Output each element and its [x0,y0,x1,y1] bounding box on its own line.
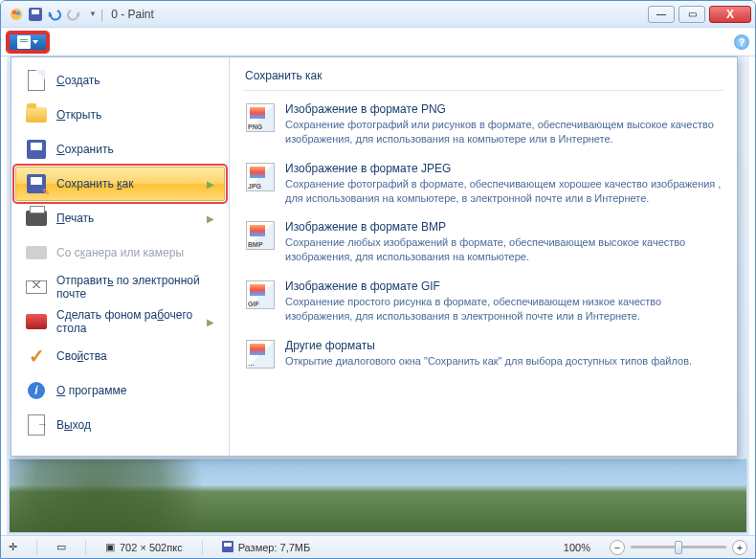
scan-icon [26,242,47,263]
disk-icon [222,541,233,554]
format-bmp-icon [245,220,276,251]
selection-icon: ▭ [56,541,66,553]
maximize-button[interactable]: ▭ [678,6,705,23]
menu-item-label: Открыть [56,108,101,122]
crosshair-icon: ✛ [9,541,17,553]
format-item-jpg[interactable]: Изображение в формате JPEGСохранение фот… [243,156,723,215]
svg-rect-6 [20,39,28,40]
mail-icon [26,277,47,298]
menu-item-label: О программе [56,384,126,397]
file-menu-button[interactable] [7,32,49,53]
print-icon [26,208,47,229]
menu-item-save[interactable]: Сохранить [15,132,225,167]
menu-item-label: Свойства [56,349,107,363]
menu-item-label: Создать [56,74,100,87]
window-title: 0 - Paint [111,8,154,21]
format-gif-icon [245,280,276,310]
format-title: Изображение в формате JPEG [285,162,722,175]
chevron-right-icon: ▶ [207,213,214,224]
menu-item-print[interactable]: Печать▶ [15,201,225,235]
help-button[interactable]: ? [734,34,749,50]
save-icon[interactable] [28,7,43,22]
file-size: Размер: 7,7МБ [222,541,311,554]
menu-item-label: Отправить по электронной почте [56,274,214,301]
menu-item-check[interactable]: ✓Свойства [15,339,225,373]
menu-item-exit[interactable]: Выход [15,408,225,442]
paint-window: ▼ | 0 - Paint — ▭ X ? енениеетов Создать… [0,0,756,559]
desk-icon [26,311,47,332]
format-item-gif[interactable]: Изображение в формате GIFСохранение прос… [243,274,723,333]
format-title: Другие форматы [285,339,692,352]
file-size-value: Размер: 7,7МБ [238,542,311,553]
check-icon: ✓ [26,346,47,367]
canvas-image [10,459,746,532]
minimize-button[interactable]: — [648,6,675,23]
dimensions-value: 702 × 502пкс [120,542,183,553]
svg-rect-9 [224,543,232,547]
image-dimensions: ▣ 702 × 502пкс [105,541,183,553]
format-other-icon [245,339,276,369]
menu-item-label: Сохранить [56,143,114,156]
undo-icon[interactable] [47,7,62,22]
zoom-out-button[interactable]: − [610,540,625,555]
format-title: Изображение в формате BMP [285,220,722,234]
format-item-bmp[interactable]: Изображение в формате BMPСохранение любы… [243,214,723,274]
svg-point-2 [16,11,20,15]
menu-item-label: Сохранить как [56,177,133,190]
format-jpg-icon [245,162,276,192]
format-item-other[interactable]: Другие форматыОткрытие диалогового окна … [243,333,723,379]
menu-item-folder[interactable]: Открыть [15,98,225,132]
qat-dropdown-icon[interactable]: ▼ [85,7,100,22]
menu-item-desk[interactable]: Сделать фоном рабочего стола▶ [15,304,225,339]
menu-item-label: Печать [56,212,94,225]
menu-item-info[interactable]: iО программе [15,373,225,408]
info-icon: i [26,380,47,401]
format-description: Сохранение простого рисунка в формате, о… [285,295,722,324]
statusbar: ✛ ▭ ▣ 702 × 502пкс Размер: 7,7МБ 100% − … [1,535,755,558]
zoom-level: 100% [564,542,590,553]
chevron-right-icon: ▶ [207,317,214,327]
cursor-position: ✛ [9,541,17,553]
svg-rect-7 [20,41,28,42]
zoom-value: 100% [564,542,590,553]
svg-rect-4 [32,10,39,14]
format-title: Изображение в формате PNG [285,102,722,116]
canvas-area[interactable] [9,458,747,533]
zoom-thumb[interactable] [675,541,682,554]
folder-icon [26,104,47,125]
svg-point-1 [12,11,16,14]
menu-item-label: Со сканера или камеры [56,246,184,259]
app-icon [9,7,24,22]
zoom-in-button[interactable]: + [732,540,747,555]
file-icon [17,35,31,49]
format-description: Сохранение фотографий в формате, обеспеч… [285,177,722,206]
zoom-track[interactable] [631,546,726,548]
menu-item-mail[interactable]: Отправить по электронной почте [15,270,225,304]
save-as-submenu: Сохранить как Изображение в формате PNGС… [230,57,737,456]
format-description: Открытие диалогового окна "Сохранить как… [285,354,692,369]
redo-icon[interactable] [66,7,81,22]
format-item-png[interactable]: Изображение в формате PNGСохранение фото… [243,97,723,156]
format-description: Сохранение любых изображений в формате, … [285,235,722,264]
submenu-title: Сохранить как [243,65,723,91]
zoom-slider[interactable]: − + [610,540,747,555]
menu-item-label: Выход [56,418,91,432]
file-menu-list: СоздатьОткрытьСохранить✎Сохранить как▶Пе… [11,57,230,456]
menu-item-label: Сделать фоном рабочего стола [56,308,197,335]
quick-access-toolbar: ▼ [9,7,100,22]
menu-item-doc[interactable]: Создать [15,63,225,98]
file-menu-dropdown: СоздатьОткрытьСохранить✎Сохранить как▶Пе… [11,56,738,457]
caret-down-icon [33,40,38,44]
close-button[interactable]: X [709,6,751,23]
menu-item-scan: Со сканера или камеры [15,235,225,270]
selection-size: ▭ [56,541,66,553]
save-as-icon: ✎ [26,173,47,194]
save-icon [26,139,47,160]
chevron-right-icon: ▶ [207,179,214,190]
doc-icon [26,70,47,91]
format-title: Изображение в формате GIF [285,280,722,293]
format-png-icon [245,102,276,133]
format-description: Сохранение фотографий или рисунков в фор… [285,118,722,146]
menu-item-save-as[interactable]: ✎Сохранить как▶ [15,167,225,201]
dimensions-icon: ▣ [105,541,115,553]
